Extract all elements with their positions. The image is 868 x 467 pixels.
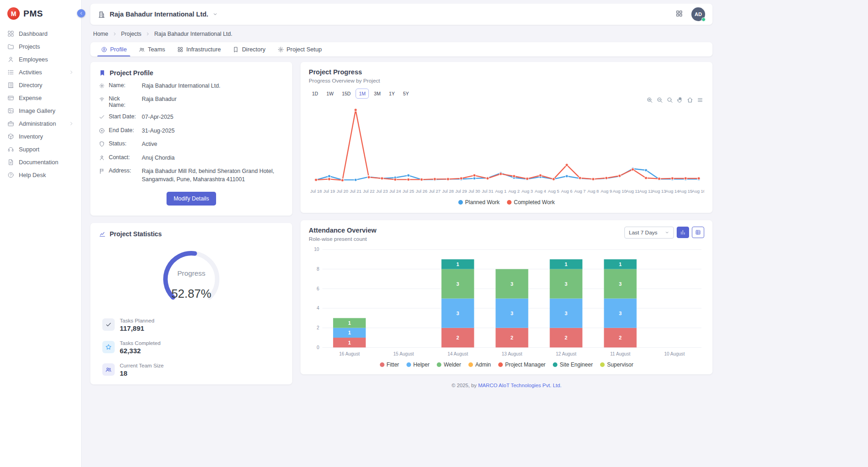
- sidebar-collapse-button[interactable]: [77, 9, 85, 17]
- svg-text:8: 8: [317, 267, 319, 272]
- zoom-out-icon[interactable]: [657, 97, 663, 103]
- building-icon: [7, 82, 14, 89]
- legend-item-project-manager[interactable]: Project Manager: [498, 361, 545, 368]
- svg-text:2: 2: [619, 335, 622, 340]
- pan-hand-icon[interactable]: [677, 97, 683, 103]
- field-label: Contact:: [109, 154, 138, 161]
- stat-value: 18: [120, 369, 164, 377]
- briefcase-icon: [7, 120, 14, 127]
- tab-label: Infrastructure: [186, 46, 221, 53]
- range-button-5y[interactable]: 5Y: [400, 89, 412, 99]
- legend-item-welder[interactable]: Welder: [437, 361, 461, 368]
- stat-tasks-completed: Tasks Completed 62,332: [99, 340, 284, 355]
- company-selector[interactable]: Raja Bahadur International Ltd.: [98, 11, 218, 18]
- range-button-1y[interactable]: 1Y: [386, 89, 398, 99]
- svg-text:Jul 23: Jul 23: [376, 189, 388, 194]
- bar-chart-view-button[interactable]: [677, 227, 689, 238]
- chart-toolbar: [646, 97, 703, 103]
- credit-card-icon: [7, 95, 14, 101]
- legend-item-planned-work[interactable]: Planned Work: [458, 199, 500, 206]
- legend-item-admin[interactable]: Admin: [468, 361, 491, 368]
- project-statistics-card: Project Statistics Progress52.87% Tasks …: [90, 223, 292, 384]
- legend-item-site-engineer[interactable]: Site Engineer: [553, 361, 593, 368]
- legend-dot: [600, 362, 605, 367]
- svg-text:1: 1: [348, 339, 351, 345]
- svg-text:Aug 6: Aug 6: [561, 189, 573, 194]
- check-icon: [99, 114, 105, 120]
- date-range-select[interactable]: Last 7 Days: [624, 227, 674, 239]
- star-icon: [102, 341, 115, 353]
- tab-infrastructure[interactable]: Infrastructure: [171, 42, 227, 56]
- tab-directory[interactable]: Directory: [227, 42, 271, 56]
- range-button-3m[interactable]: 3M: [371, 89, 384, 99]
- field-label: Status:: [109, 140, 138, 147]
- project-progress-line-chart[interactable]: Jul 18Jul 19Jul 20Jul 21Jul 22Jul 23Jul …: [309, 101, 704, 197]
- tab-teams[interactable]: Teams: [133, 42, 171, 56]
- document-icon: [7, 159, 14, 166]
- company-link[interactable]: MARCO AIoT Technologies Pvt. Ltd.: [478, 383, 562, 388]
- svg-text:10: 10: [314, 247, 320, 252]
- range-button-15d[interactable]: 15D: [339, 89, 354, 99]
- list-icon: [7, 69, 14, 76]
- selection-zoom-icon[interactable]: [667, 97, 673, 103]
- bookmark-icon: [99, 69, 106, 77]
- tab-bar: Profile Teams Infrastructure Directory P…: [90, 42, 712, 56]
- chart-legend: FitterHelperWelderAdminProject ManagerSi…: [309, 361, 704, 371]
- project-progress-chart[interactable]: Jul 18Jul 19Jul 20Jul 21Jul 22Jul 23Jul …: [309, 101, 704, 198]
- legend-item-fitter[interactable]: Fitter: [380, 361, 399, 368]
- grid-icon: [177, 46, 184, 53]
- project-profile-card: Project Profile Name: Raja Bahadur Inter…: [90, 62, 292, 216]
- tab-label: Project Setup: [287, 46, 322, 53]
- svg-text:1: 1: [348, 330, 351, 335]
- sidebar-item-documentation[interactable]: Documentation: [0, 156, 81, 168]
- sidebar-item-support[interactable]: Support: [0, 143, 81, 156]
- svg-text:4: 4: [317, 306, 319, 311]
- breadcrumb-item-projects[interactable]: Projects: [121, 31, 141, 37]
- svg-text:Jul 21: Jul 21: [350, 189, 361, 194]
- tab-label: Teams: [148, 46, 165, 53]
- sidebar-item-administration[interactable]: Administration: [0, 117, 81, 130]
- brand[interactable]: M PMS: [0, 5, 81, 27]
- tab-project-setup[interactable]: Project Setup: [272, 42, 328, 56]
- svg-text:1: 1: [348, 320, 351, 326]
- range-button-1d[interactable]: 1D: [309, 89, 321, 99]
- legend-item-helper[interactable]: Helper: [406, 361, 429, 368]
- table-view-button[interactable]: [692, 227, 704, 238]
- legend-item-completed-work[interactable]: Completed Work: [507, 199, 555, 206]
- svg-text:2: 2: [317, 325, 319, 330]
- profile-field-nickname: Nick Name: Raja Bahadur: [99, 95, 284, 108]
- sidebar-item-inventory[interactable]: Inventory: [0, 130, 81, 143]
- range-button-1m[interactable]: 1M: [356, 89, 369, 99]
- modify-details-button[interactable]: Modify Details: [167, 192, 216, 206]
- sidebar-item-image-gallery[interactable]: Image Gallery: [0, 104, 81, 117]
- sidebar-item-projects[interactable]: Projects: [0, 40, 81, 53]
- sidebar-item-activities[interactable]: Activities: [0, 66, 81, 78]
- sidebar-item-label: Inventory: [19, 133, 43, 140]
- zoom-in-icon[interactable]: [646, 97, 653, 103]
- svg-text:3: 3: [511, 310, 513, 316]
- legend-item-supervisor[interactable]: Supervisor: [600, 361, 633, 368]
- svg-text:3: 3: [565, 281, 568, 286]
- svg-text:Aug 3: Aug 3: [522, 189, 533, 194]
- circle-x-icon: [99, 128, 105, 134]
- sidebar-item-employees[interactable]: Employees: [0, 53, 81, 66]
- apps-grid-button[interactable]: [675, 10, 683, 19]
- sidebar-item-directory[interactable]: Directory: [0, 78, 81, 91]
- svg-text:3: 3: [456, 281, 459, 286]
- tab-label: Profile: [110, 46, 127, 53]
- range-button-1w[interactable]: 1W: [323, 89, 337, 99]
- attendance-chart[interactable]: 024681011123312332331233116 August15 Aug…: [309, 245, 704, 361]
- attendance-bar-chart[interactable]: 024681011123312332331233116 August15 Aug…: [309, 245, 704, 359]
- sidebar-item-expense[interactable]: Expense: [0, 91, 81, 104]
- svg-text:52.87%: 52.87%: [171, 287, 211, 300]
- sidebar-item-dashboard[interactable]: Dashboard: [0, 27, 81, 40]
- breadcrumb-item-home[interactable]: Home: [93, 31, 108, 37]
- sidebar-nav: Dashboard Projects Employees Activities …: [0, 27, 81, 181]
- sidebar-item-help-desk[interactable]: Help Desk: [0, 168, 81, 181]
- tab-profile[interactable]: Profile: [95, 42, 133, 56]
- chevron-right-icon: [69, 70, 74, 75]
- user-avatar[interactable]: AD: [691, 7, 705, 21]
- stat-label: Tasks Planned: [120, 317, 154, 323]
- home-icon[interactable]: [687, 97, 693, 103]
- menu-icon[interactable]: [697, 97, 703, 103]
